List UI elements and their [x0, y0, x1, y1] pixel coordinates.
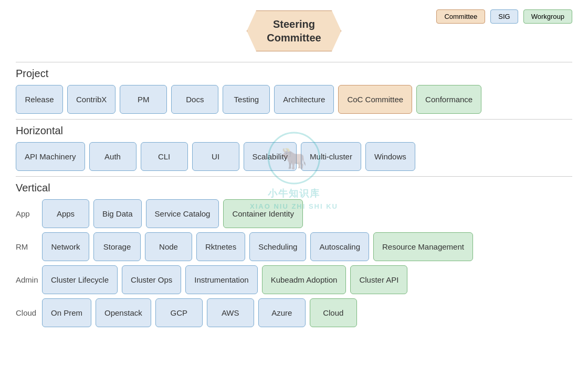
card-apps: Apps: [42, 199, 89, 228]
card-release: Release: [16, 85, 63, 114]
card-rktnetes: Rktnetes: [196, 232, 245, 261]
card-cli: CLI: [141, 142, 188, 171]
divider-2: [16, 176, 572, 177]
card-scalability: Scalability: [244, 142, 297, 171]
row-project-0: ReleaseContribXPMDocsTestingArchitecture…: [16, 85, 572, 114]
row-label-app: App: [16, 209, 42, 218]
section-label-horizontal: Horizontal: [16, 125, 572, 137]
row-vertical-0: AppAppsBig DataService CatalogContainer …: [16, 199, 572, 228]
row-horizontal-0: API MachineryAuthCLIUIScalabilityMulti-c…: [16, 142, 572, 171]
cards-row-2-3: On PremOpenstackGCPAWSAzureCloud: [42, 298, 357, 327]
card-windows: Windows: [365, 142, 415, 171]
card-gcp: GCP: [155, 298, 203, 327]
cards-row-2-2: Cluster LifecycleCluster OpsInstrumentat…: [42, 265, 407, 294]
cards-row-0-0: ReleaseContribXPMDocsTestingArchitecture…: [16, 85, 481, 114]
section-label-project: Project: [16, 68, 572, 80]
card-network: Network: [42, 232, 89, 261]
card-on-prem: On Prem: [42, 298, 91, 327]
section-label-vertical: Vertical: [16, 182, 572, 194]
card-cluster-api: Cluster API: [350, 265, 407, 294]
card-node: Node: [145, 232, 192, 261]
card-pm: PM: [120, 85, 167, 114]
main-container: Committee SIG Workgroup Steering Committ…: [0, 0, 588, 342]
cards-row-2-0: AppsBig DataService CatalogContainer Ide…: [42, 199, 303, 228]
card-docs: Docs: [171, 85, 218, 114]
sections-container: ProjectReleaseContribXPMDocsTestingArchi…: [16, 62, 572, 327]
card-api-machinery: API Machinery: [16, 142, 85, 171]
card-contribx: ContribX: [67, 85, 116, 114]
card-azure: Azure: [258, 298, 306, 327]
card-testing: Testing: [223, 85, 270, 114]
row-label-admin: Admin: [16, 275, 42, 284]
card-architecture: Architecture: [274, 85, 334, 114]
card-scheduling: Scheduling: [249, 232, 306, 261]
legend-committee: Committee: [436, 9, 485, 24]
cards-row-2-1: NetworkStorageNodeRktnetesSchedulingAuto…: [42, 232, 473, 261]
steering-committee: Steering Committee: [247, 10, 341, 51]
divider-1: [16, 119, 572, 120]
card-cluster-ops: Cluster Ops: [122, 265, 181, 294]
legend: Committee SIG Workgroup: [436, 9, 572, 24]
card-coc-committee: CoC Committee: [338, 85, 412, 114]
card-resource-management: Resource Management: [373, 232, 473, 261]
card-cloud: Cloud: [310, 298, 357, 327]
card-instrumentation: Instrumentation: [185, 265, 257, 294]
row-vertical-3: CloudOn PremOpenstackGCPAWSAzureCloud: [16, 298, 572, 327]
divider-0: [16, 62, 572, 62]
card-storage: Storage: [93, 232, 141, 261]
row-vertical-2: AdminCluster LifecycleCluster OpsInstrum…: [16, 265, 572, 294]
cards-row-1-0: API MachineryAuthCLIUIScalabilityMulti-c…: [16, 142, 415, 171]
card-openstack: Openstack: [96, 298, 151, 327]
card-cluster-lifecycle: Cluster Lifecycle: [42, 265, 118, 294]
legend-workgroup: Workgroup: [523, 9, 572, 24]
card-conformance: Conformance: [416, 85, 481, 114]
card-service-catalog: Service Catalog: [146, 199, 219, 228]
row-label-cloud: Cloud: [16, 308, 42, 317]
legend-sig: SIG: [490, 9, 518, 24]
card-aws: AWS: [207, 298, 254, 327]
card-container-identity: Container Identity: [223, 199, 303, 228]
row-vertical-1: RMNetworkStorageNodeRktnetesSchedulingAu…: [16, 232, 572, 261]
card-kubeadm-adoption: Kubeadm Adoption: [262, 265, 346, 294]
card-big-data: Big Data: [93, 199, 142, 228]
card-auth: Auth: [89, 142, 136, 171]
card-multi-cluster: Multi-cluster: [301, 142, 361, 171]
card-autoscaling: Autoscaling: [310, 232, 369, 261]
row-label-rm: RM: [16, 242, 42, 251]
card-ui: UI: [192, 142, 239, 171]
